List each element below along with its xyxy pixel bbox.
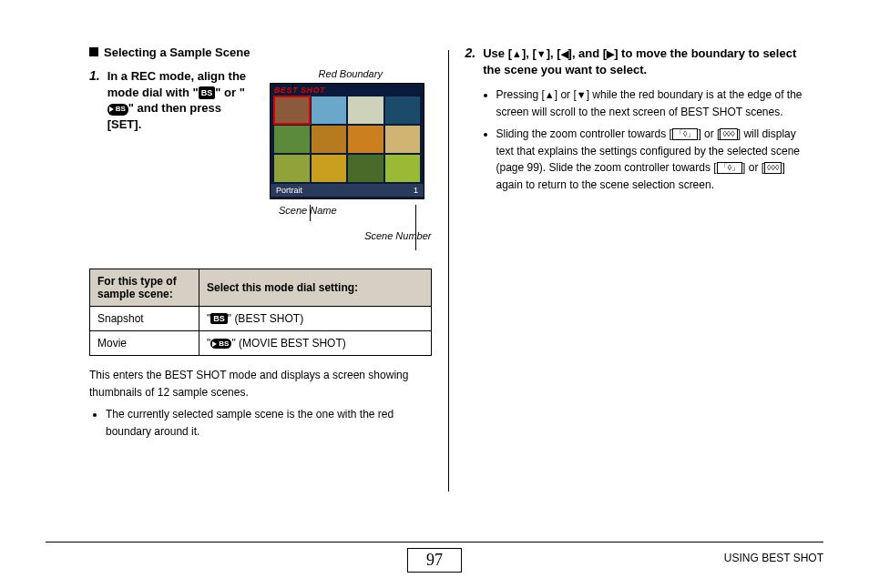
screen-title: BEST SHOT bbox=[271, 84, 424, 95]
thumb bbox=[348, 126, 383, 153]
section-heading: Selecting a Sample Scene bbox=[89, 46, 432, 59]
paragraph: This enters the BEST SHOT mode and displ… bbox=[89, 367, 432, 400]
thumb bbox=[312, 126, 347, 153]
thumb bbox=[385, 155, 421, 182]
step-1-text: In a REC mode, align the mode dial with … bbox=[107, 68, 253, 132]
footer-row: 97 USING BEST SHOT bbox=[46, 546, 823, 573]
scene-number-value: 1 bbox=[414, 186, 418, 195]
cell-movie-setting: "BS" (MOVIE BEST SHOT) bbox=[199, 331, 432, 356]
up-arrow-icon: ▲ bbox=[512, 48, 522, 59]
table-header-2: Select this mode dial setting: bbox=[199, 269, 432, 307]
step-1: 1. In a REC mode, align the mode dial wi… bbox=[89, 68, 253, 132]
figure-wrap: Red Boundary BEST SHOT bbox=[270, 68, 432, 241]
cell-snapshot-setting: "BS" (BEST SHOT) bbox=[199, 307, 432, 331]
bullet-list: The currently selected sample scene is t… bbox=[89, 406, 432, 440]
down-arrow-icon: ▼ bbox=[537, 48, 547, 59]
square-bullet-icon bbox=[89, 47, 98, 56]
footer-rule bbox=[46, 542, 823, 542]
page-footer: 97 USING BEST SHOT bbox=[46, 542, 823, 573]
up-arrow-icon: ▲ bbox=[545, 89, 555, 100]
table-header-1: For this type of sample scene: bbox=[90, 269, 199, 307]
table-row: Movie "BS" (MOVIE BEST SHOT) bbox=[90, 331, 432, 356]
left-column: Selecting a Sample Scene 1. In a REC mod… bbox=[73, 46, 448, 496]
right-arrow-icon: ▶ bbox=[607, 48, 614, 59]
thumb bbox=[348, 96, 383, 124]
list-item: Pressing [▲] or [▼] while the red bounda… bbox=[496, 86, 808, 120]
thumb bbox=[312, 155, 347, 182]
cell-snapshot: Snapshot bbox=[90, 307, 199, 331]
movie-bs-mode-icon: BS bbox=[107, 104, 128, 116]
callout-line bbox=[415, 205, 416, 250]
zoom-tele-icon: 「◊」 bbox=[717, 162, 742, 174]
step-number: 2. bbox=[465, 46, 476, 77]
step-number: 1. bbox=[89, 68, 100, 132]
heading-text: Selecting a Sample Scene bbox=[104, 46, 250, 59]
down-arrow-icon: ▼ bbox=[577, 89, 587, 100]
right-column: 2. Use [▲], [▼], [◀], and [▶] to move th… bbox=[449, 46, 824, 496]
bs-mode-icon: BS bbox=[210, 313, 228, 324]
zoom-tele-icon: 「◊」 bbox=[672, 128, 698, 140]
movie-bs-mode-icon: BS bbox=[210, 339, 231, 349]
best-shot-screen: BEST SHOT bbox=[270, 83, 424, 199]
page-columns: Selecting a Sample Scene 1. In a REC mod… bbox=[0, 0, 869, 514]
callout-red-boundary: Red Boundary bbox=[270, 68, 432, 79]
zoom-wide-icon: ◊◊◊ bbox=[720, 128, 737, 140]
step-2-text: Use [▲], [▼], [◀], and [▶] to move the b… bbox=[483, 46, 807, 77]
table-row: Snapshot "BS" (BEST SHOT) bbox=[90, 307, 432, 331]
page-number: 97 bbox=[407, 548, 462, 573]
footer-section-title: USING BEST SHOT bbox=[724, 552, 823, 564]
thumb-selected bbox=[274, 96, 310, 124]
bullet-list: Pressing [▲] or [▼] while the red bounda… bbox=[465, 86, 808, 194]
scene-bar: Portrait 1 bbox=[271, 184, 424, 197]
thumb bbox=[312, 96, 347, 124]
scene-name-label: Portrait bbox=[276, 186, 302, 195]
step-2: 2. Use [▲], [▼], [◀], and [▶] to move th… bbox=[465, 46, 808, 77]
cell-movie: Movie bbox=[90, 331, 199, 356]
left-arrow-icon: ◀ bbox=[561, 48, 568, 59]
list-item: Sliding the zoom controller towards [「◊」… bbox=[496, 126, 808, 193]
callout-line bbox=[292, 83, 293, 88]
list-item: The currently selected sample scene is t… bbox=[106, 406, 432, 440]
mode-dial-table: For this type of sample scene: Select th… bbox=[89, 269, 432, 356]
thumb bbox=[385, 96, 421, 124]
callout-line bbox=[310, 205, 311, 221]
step-1-row: 1. In a REC mode, align the mode dial wi… bbox=[89, 68, 432, 241]
thumb bbox=[274, 126, 310, 153]
thumbnail-grid bbox=[271, 95, 424, 184]
zoom-wide-icon: ◊◊◊ bbox=[764, 162, 782, 174]
bs-mode-icon: BS bbox=[199, 86, 216, 99]
callout-scene-name: Scene Name bbox=[279, 205, 432, 216]
thumb bbox=[274, 155, 310, 182]
thumb bbox=[348, 155, 383, 182]
thumb bbox=[385, 126, 421, 153]
callout-scene-number: Scene Number bbox=[270, 230, 432, 241]
step-1-text-block: 1. In a REC mode, align the mode dial wi… bbox=[89, 68, 253, 141]
